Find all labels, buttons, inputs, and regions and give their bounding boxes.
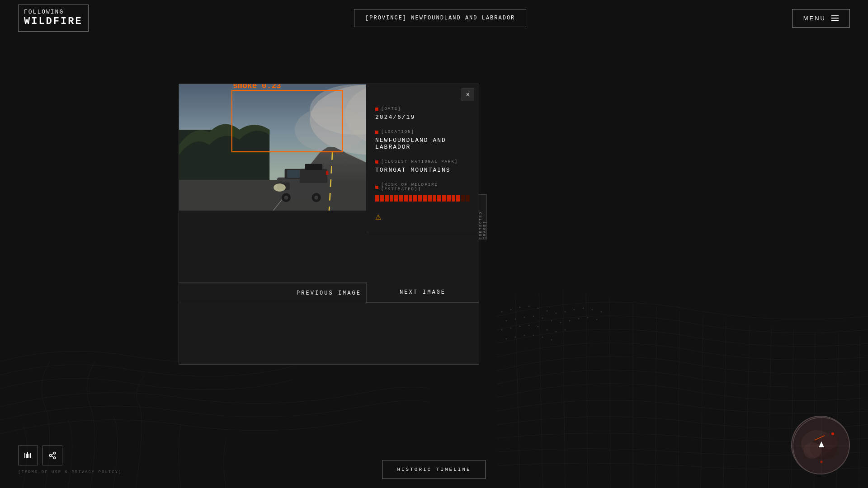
svg-point-66 bbox=[314, 196, 318, 200]
svg-point-37 bbox=[551, 339, 552, 341]
menu-label: MENU bbox=[803, 15, 826, 22]
menu-button[interactable]: MENU bbox=[792, 9, 850, 28]
risk-segment bbox=[380, 195, 384, 202]
next-image-button[interactable]: NEXT IMAGE bbox=[366, 282, 479, 303]
svg-point-14 bbox=[515, 319, 516, 320]
logo-wildfire: WILDFIRE bbox=[24, 16, 83, 28]
svg-point-25 bbox=[510, 328, 512, 329]
svg-rect-74 bbox=[27, 452, 28, 458]
red-dot-date bbox=[375, 108, 378, 111]
svg-point-32 bbox=[506, 338, 507, 340]
historic-timeline-button[interactable]: HISTORIC TIMELINE bbox=[382, 460, 486, 479]
risk-segment bbox=[433, 195, 437, 202]
svg-point-13 bbox=[506, 320, 507, 322]
warning-icon: ⚠ bbox=[375, 211, 470, 223]
svg-point-18 bbox=[551, 320, 552, 322]
risk-segment bbox=[456, 195, 460, 202]
svg-point-31 bbox=[565, 329, 566, 331]
park-label: [CLOSEST NATIONAL PARK] bbox=[375, 160, 470, 164]
next-label: NEXT IMAGE bbox=[400, 289, 446, 296]
svg-line-81 bbox=[51, 454, 53, 455]
logo-following: FOLLOWING bbox=[24, 9, 83, 16]
risk-bar bbox=[375, 195, 470, 202]
svg-point-29 bbox=[547, 329, 548, 331]
risk-segment bbox=[394, 195, 398, 202]
info-panel: × [DATE] 2024/6/19 [LOCATION] NEWFOUNDLA… bbox=[366, 84, 479, 232]
svg-point-8 bbox=[565, 311, 566, 313]
svg-point-6 bbox=[547, 310, 548, 312]
svg-point-1 bbox=[501, 311, 503, 313]
risk-segment bbox=[447, 195, 451, 202]
svg-point-79 bbox=[53, 457, 56, 459]
location-section: [LOCATION] NEWFOUNDLAND AND LABRADOR bbox=[375, 130, 470, 150]
svg-point-22 bbox=[587, 317, 589, 319]
mini-map[interactable] bbox=[791, 416, 850, 474]
svg-point-91 bbox=[831, 432, 834, 435]
svg-point-36 bbox=[542, 337, 543, 338]
svg-point-16 bbox=[533, 316, 534, 317]
location-label: [LOCATION] bbox=[375, 130, 470, 134]
location-value: NEWFOUNDLAND AND LABRADOR bbox=[375, 137, 470, 150]
svg-line-80 bbox=[51, 456, 53, 457]
bars-button[interactable] bbox=[18, 446, 38, 465]
red-dot-risk bbox=[375, 186, 378, 189]
header: FOLLOWING WILDFIRE [PROVINCE] NEWFOUNDLA… bbox=[0, 0, 868, 36]
province-text: [PROVINCE] NEWFOUNDLAND AND LABRADOR bbox=[365, 15, 515, 21]
risk-segment bbox=[399, 195, 403, 202]
svg-point-12 bbox=[601, 311, 602, 313]
risk-segment bbox=[409, 195, 413, 202]
svg-point-10 bbox=[583, 308, 584, 309]
navigation-buttons-info: NEXT IMAGE bbox=[366, 282, 479, 303]
detected-tab-label: [DETECTED IMAGE] bbox=[478, 195, 486, 239]
close-button[interactable]: × bbox=[462, 89, 474, 101]
info-panel-inner: [DATE] 2024/6/19 [LOCATION] NEWFOUNDLAND… bbox=[375, 93, 470, 223]
previous-label: PREVIOUS IMAGE bbox=[297, 290, 361, 296]
svg-point-5 bbox=[538, 308, 539, 309]
risk-segment bbox=[466, 195, 470, 202]
risk-segment bbox=[461, 195, 465, 202]
park-section: [CLOSEST NATIONAL PARK] TORNGAT MOUNTAIN… bbox=[375, 160, 470, 174]
svg-point-78 bbox=[49, 455, 52, 457]
mini-map-svg bbox=[792, 417, 850, 474]
date-section: [DATE] 2024/6/19 bbox=[375, 107, 470, 121]
svg-point-3 bbox=[519, 307, 521, 308]
svg-point-19 bbox=[560, 322, 561, 324]
logo: FOLLOWING WILDFIRE bbox=[18, 5, 89, 32]
bottom-controls bbox=[18, 446, 62, 465]
svg-point-9 bbox=[574, 309, 575, 310]
svg-point-65 bbox=[284, 196, 288, 200]
svg-point-43 bbox=[295, 107, 365, 152]
risk-segment bbox=[375, 195, 379, 202]
detected-image-tab[interactable]: [DETECTED IMAGE] bbox=[478, 194, 487, 239]
svg-text:smoke  0.23: smoke 0.23 bbox=[233, 84, 281, 90]
share-button[interactable] bbox=[42, 446, 62, 465]
terms-text[interactable]: [TERMS OF USE & PRIVACY POLICY] bbox=[18, 470, 122, 474]
svg-point-92 bbox=[821, 461, 823, 463]
park-value: TORNGAT MOUNTAINS bbox=[375, 167, 470, 174]
svg-rect-68 bbox=[305, 164, 322, 170]
share-icon bbox=[48, 451, 57, 460]
menu-icon bbox=[831, 15, 839, 21]
risk-segment bbox=[418, 195, 422, 202]
red-dot-location bbox=[375, 131, 378, 134]
risk-segment bbox=[437, 195, 441, 202]
timeline-label: HISTORIC TIMELINE bbox=[397, 467, 471, 472]
risk-label: [RISK OF WILDFIRE (ESTIMATED)] bbox=[375, 183, 470, 192]
svg-rect-67 bbox=[300, 169, 327, 183]
risk-segment bbox=[390, 195, 394, 202]
risk-segment bbox=[385, 195, 389, 202]
date-label: [DATE] bbox=[375, 107, 470, 111]
svg-point-2 bbox=[510, 309, 512, 310]
risk-segment bbox=[413, 195, 417, 202]
svg-point-86 bbox=[803, 442, 821, 459]
risk-segment bbox=[404, 195, 408, 202]
risk-section: [RISK OF WILDFIRE (ESTIMATED)] bbox=[375, 183, 470, 202]
svg-point-62 bbox=[274, 183, 286, 192]
svg-point-23 bbox=[596, 319, 598, 320]
date-value: 2024/6/19 bbox=[375, 114, 470, 121]
svg-rect-73 bbox=[26, 454, 27, 458]
svg-point-77 bbox=[53, 452, 56, 455]
terms-label: [TERMS OF USE & PRIVACY POLICY] bbox=[18, 470, 122, 474]
svg-point-24 bbox=[501, 329, 503, 331]
svg-rect-72 bbox=[24, 453, 25, 458]
